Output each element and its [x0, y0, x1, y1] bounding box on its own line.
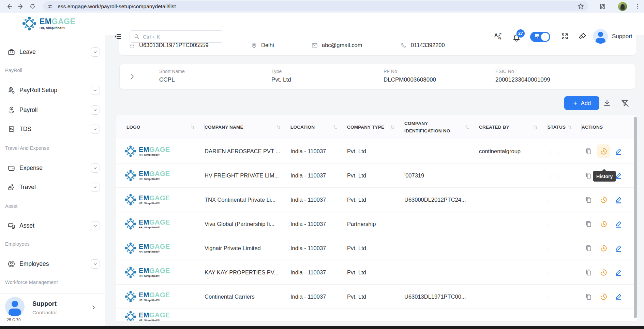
history-icon[interactable] [597, 193, 610, 206]
table-row[interactable]: EMGAGEHR, Simplified!® HV FREIGHT PRIVAT… [116, 163, 637, 188]
copy-icon[interactable] [582, 193, 595, 206]
table-row[interactable]: EMGAGEHR, Simplified!® DARIEN AEROSPACE … [116, 139, 637, 163]
table-row[interactable]: EMGAGEHR, Simplified!® TNX Continental P… [116, 188, 637, 212]
tds-receipt-icon [8, 125, 15, 133]
table-row-partial[interactable]: EMGAGEHR, Simplified!® [116, 309, 637, 321]
sort-icon[interactable] [332, 124, 338, 130]
screen-bottom-edge [0, 326, 644, 329]
sidebar-item-asset[interactable]: Asset [8, 219, 101, 232]
add-company-button[interactable]: Add [564, 96, 599, 110]
company-detail-card: Short NameCCPL TypePvt. Ltd PF NoDLCPM00… [119, 64, 636, 89]
table-row[interactable]: EMGAGEHR, Simplified!® KAY KAY PROPERTIE… [116, 260, 637, 285]
sort-icon[interactable] [533, 124, 539, 130]
sidebar-item-travel[interactable]: Travel [8, 180, 101, 194]
table-row[interactable]: EMGAGEHR, Simplified!® Continental Carri… [116, 285, 637, 309]
expand-chevron-button[interactable] [91, 259, 100, 269]
support-contractor-card[interactable]: Support Contractor 25.C.70 [0, 294, 105, 326]
edit-icon[interactable] [612, 266, 625, 279]
copy-icon[interactable] [582, 241, 595, 255]
theme-mode-toggle[interactable] [530, 32, 550, 42]
expand-chevron-button[interactable] [91, 105, 100, 115]
sidebar-item-employees[interactable]: Employees [8, 257, 101, 271]
browser-profile-avatar[interactable] [618, 2, 627, 11]
global-search-input[interactable]: Ctrl + K [130, 30, 223, 43]
sidebar-item-expense[interactable]: Expense [8, 161, 101, 175]
column-header-company-identification-no[interactable]: COMPANY IDENTIFICATION NO [404, 115, 479, 139]
detail-field-type: TypePvt. Ltd [271, 69, 291, 83]
cell-location: India - 110037 [290, 221, 347, 227]
sidebar-section-payroll: PayRoll [5, 68, 22, 74]
theme-brush-icon[interactable] [579, 32, 587, 40]
sidebar-section-employees: Employees [5, 241, 30, 247]
sort-icon[interactable] [567, 124, 573, 130]
column-header-logo[interactable]: LOGO [116, 115, 205, 139]
sort-icon[interactable] [275, 124, 282, 130]
column-header-company-type[interactable]: COMPANY TYPE [347, 115, 404, 139]
browser-menu-icon[interactable] [632, 1, 643, 12]
expand-chevron-button[interactable] [91, 163, 100, 173]
sort-icon[interactable] [190, 124, 196, 130]
edit-icon[interactable] [612, 144, 625, 158]
history-icon[interactable] [597, 217, 610, 231]
company-email-item: abc@gmail.com [311, 35, 362, 55]
translate-icon[interactable] [494, 32, 503, 41]
history-icon[interactable] [597, 266, 610, 279]
extensions-icon[interactable] [597, 1, 608, 12]
expand-chevron-button[interactable] [91, 86, 100, 95]
search-placeholder: Ctrl + K [143, 34, 160, 40]
table-row[interactable]: EMGAGEHR, Simplified!® Vignair Private L… [116, 236, 637, 260]
sidebar-section-travel-expense: Travel And Expense [5, 145, 49, 152]
browser-forward-button[interactable] [15, 1, 27, 12]
url-text[interactable]: ess.emgage.work/payroll-setup/companydet… [58, 3, 574, 10]
sort-icon[interactable] [464, 124, 470, 130]
edit-icon[interactable] [612, 193, 625, 206]
filter-off-icon[interactable] [620, 99, 629, 108]
sidebar-item-payroll[interactable]: Payroll [8, 103, 101, 117]
expand-row-chevron-icon[interactable] [129, 73, 136, 80]
edit-icon[interactable] [612, 217, 625, 231]
address-bar[interactable]: ess.emgage.work/payroll-setup/companydet… [43, 1, 588, 11]
sidebar-section-workforce-management: Workforce Management [5, 280, 58, 286]
sidebar-item-tds[interactable]: TDS [8, 122, 101, 136]
history-icon[interactable] [597, 144, 610, 158]
notification-count-badge: 27 [516, 29, 525, 38]
cell-company-type: Pvt. Ltd [347, 172, 404, 179]
sidebar-item-leave[interactable]: Leave [8, 45, 101, 59]
copy-icon[interactable] [582, 266, 595, 279]
user-name: Support [612, 33, 632, 40]
cell-location: India - 110037 [290, 294, 347, 300]
browser-reload-button[interactable] [27, 1, 38, 12]
copy-icon[interactable] [582, 290, 595, 303]
fullscreen-icon[interactable] [561, 32, 569, 40]
edit-icon[interactable] [612, 241, 625, 255]
chevron-right-icon[interactable] [91, 305, 96, 310]
cell-company-name: Continental Carriers [205, 294, 290, 300]
expand-chevron-button[interactable] [91, 47, 100, 57]
table-row[interactable]: EMGAGEHR, Simplified!® Viva Global (Part… [116, 212, 637, 236]
detail-field-pf-no: PF NoDLCPM0003608000 [384, 69, 436, 83]
sidebar-collapse-icon[interactable] [114, 32, 122, 41]
download-icon[interactable] [603, 99, 611, 107]
expand-chevron-button[interactable] [91, 183, 100, 192]
user-menu[interactable]: Support [593, 29, 632, 44]
browser-back-button[interactable] [3, 1, 15, 12]
column-header-location[interactable]: LOCATION [290, 115, 347, 139]
sidebar-item-payroll-setup[interactable]: PayRoll Setup [8, 83, 101, 97]
column-header-created-by[interactable]: CREATED BY [479, 115, 548, 139]
sort-icon[interactable] [389, 124, 395, 130]
bookmark-star-icon[interactable] [577, 3, 584, 10]
column-header-status[interactable]: STATUS [548, 115, 582, 139]
site-info-icon[interactable] [47, 3, 54, 10]
edit-icon[interactable] [612, 290, 625, 303]
cell-location: India - 110037 [290, 197, 347, 203]
history-icon[interactable] [597, 241, 610, 255]
expand-chevron-button[interactable] [91, 125, 100, 134]
expand-chevron-button[interactable] [91, 221, 100, 230]
copy-icon[interactable] [582, 217, 595, 231]
table-scrollbar[interactable] [634, 117, 637, 318]
payroll-setup-icon [8, 86, 15, 94]
copy-icon[interactable] [582, 144, 595, 158]
history-icon[interactable] [597, 290, 610, 303]
emgage-logo: EMGAGE HR, Simplified!® [22, 16, 75, 31]
column-header-company-name[interactable]: COMPANY NAME [205, 115, 290, 139]
